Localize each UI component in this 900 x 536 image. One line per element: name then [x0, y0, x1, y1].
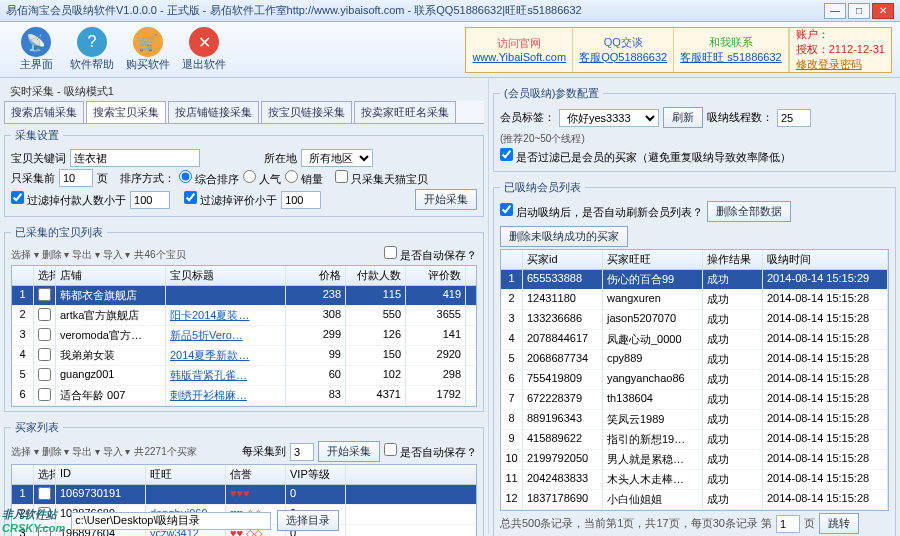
sort-combined[interactable]: 综合排序 [179, 170, 239, 187]
maximize-button[interactable]: □ [848, 3, 870, 19]
filter-cmt-input[interactable] [281, 191, 321, 209]
table-row[interactable]: 1655533888伤心的百合99成功2014-08-14 15:15:29 [501, 270, 888, 290]
filter-exist-check[interactable]: 是否过滤已是会员的买家（避免重复吸纳导致效率降低） [500, 148, 791, 165]
tool-buy[interactable]: 🛒购买软件 [120, 27, 176, 72]
tab-goodslink[interactable]: 按宝贝链接采集 [261, 101, 352, 123]
table-row[interactable]: 2artka官方旗舰店阳卡2014夏装…3085503655 [12, 306, 476, 326]
left-tabs: 搜索店铺采集 搜索宝贝采集 按店铺链接采集 按宝贝链接采集 按卖家旺旺名采集 [4, 101, 484, 124]
titlebar: 易佰淘宝会员吸纳软件V1.0.0.0 - 正式版 - 易佰软件工作室http:/… [0, 0, 900, 22]
choose-dir-button[interactable]: 选择目录 [277, 510, 339, 531]
tool-help[interactable]: ?软件帮助 [64, 27, 120, 72]
ww-link[interactable]: 和我联系 [709, 35, 753, 50]
auto-refresh-check[interactable]: 启动吸纳后，是否自动刷新会员列表？ [500, 203, 703, 220]
sort-pop[interactable]: 人气 [243, 170, 281, 187]
only-tmall-check[interactable]: 只采集天猫宝贝 [335, 170, 428, 187]
location-select[interactable]: 所有地区 [301, 149, 373, 167]
sort-sales[interactable]: 销量 [285, 170, 323, 187]
table-row[interactable]: 6755419809yangyanchao86成功2014-08-14 15:1… [501, 370, 888, 390]
tool-exit[interactable]: ✕退出软件 [176, 27, 232, 72]
start-collect-button[interactable]: 开始采集 [415, 189, 477, 210]
site-link[interactable]: 访问官网 [497, 36, 541, 51]
table-row[interactable]: 121837178690小白仙姐姐成功2014-08-14 15:15:28 [501, 490, 888, 510]
tool-home[interactable]: 📡主界面 [8, 27, 64, 72]
thread-input[interactable] [777, 109, 811, 127]
table-row[interactable]: 6适合年龄 007刺绣开衫棉麻…8343711792 [12, 386, 476, 406]
filter-cmt-check[interactable]: 过滤掉评价小于 [184, 191, 277, 208]
table-row[interactable]: 11069730191♥♥♥0 [12, 485, 476, 505]
jump-button[interactable]: 跳转 [819, 513, 859, 534]
table-row[interactable]: 112042483833木头人木走棒…成功2014-08-14 15:15:28 [501, 470, 888, 490]
page-limit-input[interactable] [59, 169, 93, 187]
window-title: 易佰淘宝会员吸纳软件V1.0.0.0 - 正式版 - 易佰软件工作室http:/… [6, 3, 822, 18]
buyers-start-button[interactable]: 开始采集 [318, 441, 380, 462]
cart-icon: 🛒 [133, 27, 163, 57]
refresh-button[interactable]: 刷新 [663, 107, 703, 128]
delete-all-button[interactable]: 删除全部数据 [707, 201, 791, 222]
buyers-autosave[interactable]: 是否自动保存？ [384, 443, 477, 460]
antenna-icon: 📡 [21, 27, 51, 57]
left-title: 实时采集 - 吸纳模式1 [4, 82, 484, 101]
help-icon: ? [77, 27, 107, 57]
close-button[interactable]: ✕ [872, 3, 894, 19]
table-row[interactable]: 7672228379th138604成功2014-08-14 15:15:28 [501, 390, 888, 410]
tag-select[interactable]: 你好yes3333 [559, 109, 659, 127]
goods-list: 已采集的宝贝列表 选择 ▾ 删除 ▾ 导出 ▾ 导入 ▾共46个宝贝 是否自动保… [4, 225, 484, 412]
minimize-button[interactable]: — [824, 3, 846, 19]
path-input[interactable] [71, 512, 271, 530]
filter-pay-input[interactable] [130, 191, 170, 209]
tab-shoplink[interactable]: 按店铺链接采集 [168, 101, 259, 123]
collect-settings: 采集设置 宝贝关键词 所在地 所有地区 只采集前 页 排序方式： 综合排序 人气… [4, 128, 484, 217]
exit-icon: ✕ [189, 27, 219, 57]
filter-pay-check[interactable]: 过滤掉付款人数小于 [11, 191, 126, 208]
table-row[interactable]: 4我弟弟女装2014夏季新款…991502920 [12, 346, 476, 366]
footer: 非凡软件站CRSKY.com 选择目录 [2, 507, 339, 534]
table-row[interactable]: 3133236686jason5207070成功2014-08-14 15:15… [501, 310, 888, 330]
change-password-link[interactable]: 修改登录密码 [796, 57, 885, 72]
account-box: 访问官网www.YibaiSoft.com QQ交谈客服QQ51886632 和… [465, 27, 892, 73]
keyword-input[interactable] [70, 149, 200, 167]
absorb-config: (会员吸纳)参数配置 会员标签： 你好yes3333 刷新 吸纳线程数： (推荐… [493, 86, 896, 172]
qq-link[interactable]: QQ交谈 [604, 35, 643, 50]
tab-seller-ww[interactable]: 按卖家旺旺名采集 [354, 101, 456, 123]
table-row[interactable]: 1韩都衣舍旗舰店238115419 [12, 286, 476, 306]
tab-goods[interactable]: 搜索宝贝采集 [86, 101, 166, 123]
absorbed-list: 已吸纳会员列表 启动吸纳后，是否自动刷新会员列表？ 删除全部数据 删除未吸纳成功… [493, 180, 896, 536]
table-row[interactable]: 8889196343笑凤云1989成功2014-08-14 15:15:28 [501, 410, 888, 430]
table-row[interactable]: 9415889622指引的新想19…成功2014-08-14 15:15:28 [501, 430, 888, 450]
table-row[interactable]: 212431180wangxuren成功2014-08-14 15:15:28 [501, 290, 888, 310]
delete-fail-button[interactable]: 删除未吸纳成功的买家 [500, 226, 628, 247]
main-toolbar: 📡主界面 ?软件帮助 🛒购买软件 ✕退出软件 访问官网www.YibaiSoft… [0, 22, 900, 78]
table-row[interactable]: 52068687734cpy889成功2014-08-14 15:15:28 [501, 350, 888, 370]
table-row[interactable]: 3veromoda官方…新品5折Vero…299126141 [12, 326, 476, 346]
tab-shop[interactable]: 搜索店铺采集 [4, 101, 84, 123]
goods-autosave[interactable]: 是否自动保存？ [384, 246, 477, 263]
table-row[interactable]: 42078844617凤趣心动_0000成功2014-08-14 15:15:2… [501, 330, 888, 350]
table-row[interactable]: 5guangz001韩版背紧孔雀…60102298 [12, 366, 476, 386]
table-row[interactable]: 102199792050男人就是累稳…成功2014-08-14 15:15:28 [501, 450, 888, 470]
